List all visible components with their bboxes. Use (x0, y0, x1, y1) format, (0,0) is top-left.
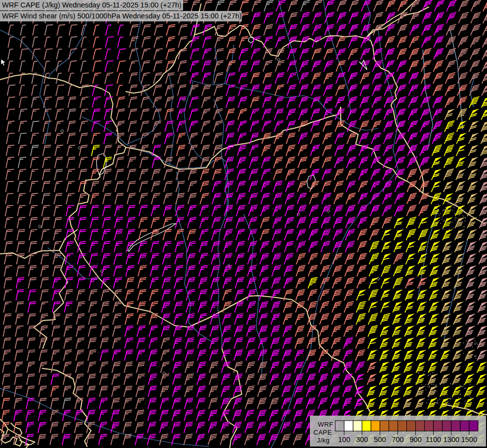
svg-text:1300: 1300 (443, 436, 459, 444)
svg-text:100: 100 (338, 436, 350, 444)
svg-text:CAPE: CAPE (313, 429, 332, 436)
svg-text:1100: 1100 (426, 436, 441, 444)
svg-text:WRF: WRF (318, 421, 333, 428)
svg-text:300: 300 (356, 436, 368, 444)
svg-text:700: 700 (391, 436, 403, 444)
svg-text:J/kg: J/kg (317, 437, 330, 444)
svg-text:900: 900 (409, 436, 421, 444)
svg-text:500: 500 (374, 436, 386, 444)
svg-text:1500: 1500 (461, 436, 477, 444)
